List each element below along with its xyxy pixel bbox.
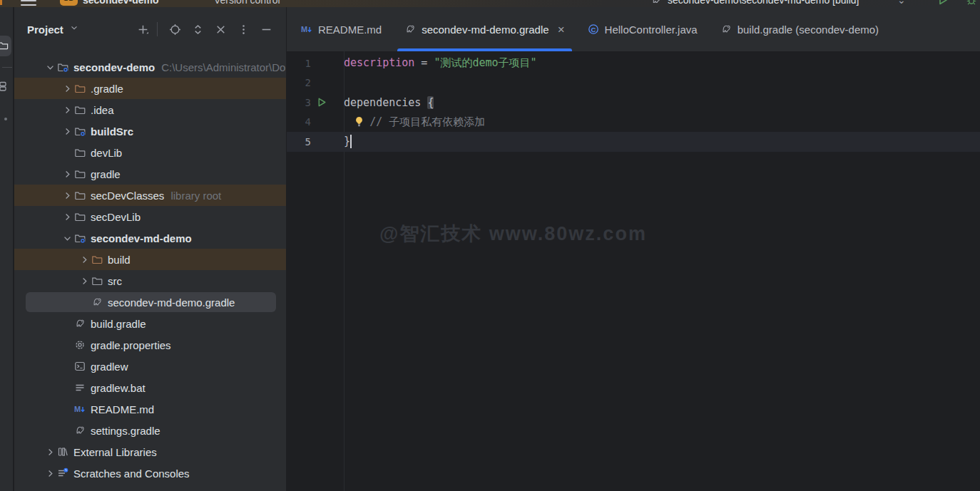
tree-item-label: src [108, 275, 122, 287]
run-config-chevron-icon[interactable]: ⌄ [897, 0, 906, 6]
folder-icon [74, 168, 86, 180]
intention-lightbulb-icon[interactable] [353, 115, 366, 128]
watermark: @智汇技术 www.80wz.com [379, 221, 647, 247]
chevron-right-icon[interactable] [60, 212, 74, 222]
tree-item-secondev-md-demo.gradle[interactable]: secondev-md-demo.gradle [14, 291, 286, 313]
tab-label: secondev-md-demo.gradle [422, 24, 548, 36]
tree-item-label: External Libraries [73, 446, 157, 458]
close-tab-icon[interactable]: × [558, 24, 565, 36]
tree-item-label: gradlew [91, 361, 128, 373]
line-number: 4 [287, 116, 311, 128]
tree-item-label: secDevClasses [91, 190, 164, 202]
tree-item-scratches-and-consoles[interactable]: Scratches and Consoles [14, 462, 286, 484]
tree-item-build.gradle[interactable]: build.gradle [14, 313, 286, 334]
module-folder-icon [57, 61, 68, 73]
tree-item-label: buildSrc [91, 125, 133, 138]
code-line-2[interactable]: 2 [287, 73, 980, 93]
collapse-all-icon[interactable] [210, 19, 230, 39]
tree-item-secdevclasses[interactable]: secDevClasseslibrary root [14, 185, 286, 206]
chevron-right-icon[interactable] [77, 276, 91, 286]
header-separator [157, 22, 158, 36]
text-caret [350, 135, 352, 148]
title-bar: SD secondev-demo Version control seconde… [0, 0, 980, 7]
folder-excluded-icon [91, 254, 103, 265]
code-line-1[interactable]: 1description = "测试的demo子项目" [287, 53, 980, 73]
chevron-right-icon[interactable] [43, 447, 57, 458]
titlebar-accent-sliver [0, 0, 2, 5]
gradle-icon [74, 318, 86, 329]
tree-item-label: gradle [91, 168, 121, 180]
tree-item-gradlew[interactable]: gradlew [14, 356, 286, 377]
expand-all-icon[interactable] [188, 19, 208, 39]
markdown-icon: M [74, 403, 86, 415]
commit-tool-window-button[interactable] [0, 81, 9, 95]
main-menu-icon[interactable] [21, 0, 36, 6]
run-gutter-icon[interactable] [311, 97, 344, 108]
locate-file-icon[interactable] [165, 19, 185, 39]
tab-readme.md[interactable]: MREADME.md [290, 7, 393, 51]
line-number: 3 [287, 97, 311, 108]
titlebar-project-name[interactable]: secondev-demo [83, 0, 159, 6]
tab-secondev-md-demo.gradle[interactable]: secondev-md-demo.gradle× [393, 7, 576, 51]
tab-label: README.md [318, 24, 382, 36]
project-folder-icon [0, 40, 9, 51]
project-badge[interactable]: SD [60, 0, 78, 6]
chevron-right-icon[interactable] [60, 190, 74, 201]
tree-item-meta: library root [170, 190, 221, 202]
markdown-icon: M [301, 24, 312, 35]
tree-item-label: secondev-demo [73, 61, 155, 73]
tree-item-label: devLib [91, 147, 122, 159]
svg-text:M: M [74, 405, 81, 413]
code-line-5[interactable]: 5} [287, 132, 980, 152]
tab-label: HelloController.java [605, 24, 698, 36]
options-kebab-icon[interactable] [233, 19, 253, 39]
chevron-right-icon[interactable] [77, 254, 91, 265]
project-tool-window-button[interactable] [0, 36, 11, 56]
tree-item-src[interactable]: src [14, 270, 286, 291]
code-line-4[interactable]: 4 // 子项目私有依赖添加 [287, 113, 980, 133]
tree-item-gradle[interactable]: gradle [14, 163, 286, 185]
tab-build.gradle-secondev-demo-[interactable]: build.gradle (secondev-demo) [709, 7, 890, 51]
svg-text:M: M [301, 25, 307, 33]
tree-item-readme.md[interactable]: MREADME.md [14, 398, 286, 420]
chevron-down-icon[interactable] [43, 62, 57, 73]
tree-item-gradlew.bat[interactable]: gradlew.bat [14, 377, 286, 398]
project-view-chevron-icon[interactable] [69, 23, 79, 36]
debug-bug-button[interactable] [966, 0, 977, 6]
more-tool-windows-icon[interactable] [4, 118, 7, 120]
tree-item-secdevlib[interactable]: secDevLib [14, 206, 286, 227]
tree-item-buildsrc[interactable]: buildSrc [14, 120, 286, 142]
chevron-right-icon[interactable] [60, 169, 74, 180]
tree-item-.idea[interactable]: .idea [14, 99, 286, 120]
chevron-right-icon[interactable] [60, 105, 74, 115]
tree-item-secondev-md-demo[interactable]: secondev-md-demo [14, 227, 286, 249]
hide-panel-icon[interactable] [256, 19, 276, 39]
tab-hellocontroller.java[interactable]: CHelloController.java [576, 7, 709, 51]
line-number: 2 [287, 77, 311, 88]
run-button[interactable] [937, 0, 949, 6]
tree-item-devlib[interactable]: devLib [14, 142, 286, 163]
chevron-down-icon[interactable] [60, 233, 74, 244]
code-line-3[interactable]: 3dependencies { [287, 93, 980, 113]
tree-item-label: .idea [91, 104, 114, 116]
add-icon[interactable] [133, 19, 153, 39]
folder-icon [74, 211, 86, 222]
tree-item-external-libraries[interactable]: External Libraries [14, 441, 286, 462]
tree-item-gradle.properties[interactable]: gradle.properties [14, 334, 286, 356]
version-control-menu[interactable]: Version control [214, 0, 280, 6]
chevron-right-icon[interactable] [60, 83, 74, 94]
tree-item-secondev-demo[interactable]: secondev-demoC:\Users\Administrator\Do [14, 56, 286, 78]
tree-item-build[interactable]: build [14, 249, 286, 270]
tree-item-.gradle[interactable]: .gradle [14, 78, 286, 99]
tree-item-settings.gradle[interactable]: settings.gradle [14, 420, 286, 441]
activity-bar [0, 7, 14, 491]
project-panel: Project [14, 7, 287, 491]
gradle-icon [720, 24, 732, 35]
chevron-right-icon[interactable] [43, 468, 57, 479]
code-editor[interactable]: 1description = "测试的demo子项目"23dependencie… [287, 51, 980, 491]
editor-column: MREADME.mdsecondev-md-demo.gradle×CHello… [287, 7, 980, 491]
tree-item-label: build.gradle [91, 318, 146, 330]
chevron-right-icon[interactable] [60, 126, 74, 137]
project-panel-title[interactable]: Project [27, 24, 63, 36]
run-configuration-selector[interactable]: secondev-demo\secondev-md-demo [build] [668, 0, 859, 6]
